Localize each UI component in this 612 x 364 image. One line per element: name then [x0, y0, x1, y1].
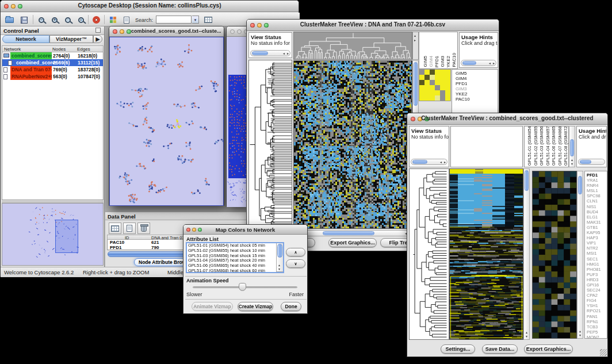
gene-label[interactable]: MON2 — [587, 335, 607, 339]
gene-label[interactable]: HAP3 — [587, 235, 607, 240]
zoom-in-button[interactable]: + — [48, 14, 61, 25]
zoom-button[interactable] — [127, 29, 131, 34]
gene-label[interactable]: GTB1 — [587, 225, 607, 230]
delete-attribute-button[interactable] — [137, 223, 150, 234]
view-status-hscrollbar[interactable]: ◂▸ — [411, 159, 447, 165]
view-status-hscrollbar[interactable]: ◂▸ — [250, 50, 290, 56]
gene-label[interactable]: PEP5 — [587, 329, 607, 335]
network-table-row[interactable]: RNAPuberNov2+DNA563(0)107847(0) — [2, 73, 103, 80]
gene-label[interactable]: FIG4 — [587, 298, 607, 303]
gene-label[interactable]: MSI1 — [587, 251, 607, 256]
dialog-title-bar[interactable]: Map Colors to Network — [183, 225, 307, 235]
treeview-button-export-graphics[interactable]: Export Graphics... — [524, 344, 573, 354]
treeview-button-export-graphics[interactable]: Export Graphics... — [328, 238, 377, 247]
close-button[interactable] — [113, 29, 117, 34]
tab-vizmapper[interactable]: VizMapper™ — [49, 35, 93, 43]
gene-label[interactable]: RPO21 — [587, 308, 607, 313]
zoom-selected-button[interactable]: ▪ — [75, 14, 87, 25]
tab-overflow-arrow[interactable]: ▶ — [93, 35, 102, 43]
treeview1-hscrollbar[interactable]: ◂▸ — [293, 230, 412, 236]
dialog-button-done[interactable]: Done — [281, 302, 301, 311]
col-nodes[interactable]: Nodes — [52, 47, 66, 52]
gene-label[interactable]: GIM5 — [456, 71, 470, 76]
attribute-list[interactable]: GPL51-01 (GSM854) heat shock 05 minGPL51… — [186, 242, 284, 273]
treeview-button-save-data[interactable]: Save Data... — [482, 344, 518, 354]
gene-label[interactable]: PFD1 — [456, 81, 470, 86]
move-down-button[interactable]: ∨ — [286, 259, 305, 268]
column-dendrogram[interactable] — [450, 126, 523, 167]
treeview-button-settings[interactable]: Settings... — [441, 344, 475, 354]
new-attribute-button[interactable] — [123, 223, 136, 234]
gene-label[interactable]: HMG1 — [587, 262, 607, 267]
birdseye-view[interactable] — [2, 203, 104, 266]
data-grid-button[interactable] — [109, 223, 121, 234]
heatmap-view[interactable] — [449, 168, 523, 340]
move-up-button[interactable]: ∧ — [286, 248, 305, 256]
gene-label[interactable]: ELG1 — [587, 214, 607, 220]
gene-label[interactable]: PFD1 — [587, 173, 607, 178]
heatmap-vscrollbar[interactable]: ▴▾ — [523, 168, 530, 340]
column-dendrogram[interactable] — [293, 32, 412, 60]
gene-label[interactable]: MSL1 — [587, 188, 607, 193]
gene-label[interactable]: YRA1 — [587, 178, 607, 183]
gene-label[interactable]: SEC1 — [587, 256, 607, 262]
attribute-list-vscrollbar[interactable]: ▴▾ — [276, 243, 283, 272]
gene-label[interactable]: PUF3 — [587, 272, 607, 277]
gene-label[interactable]: SPC98 — [587, 193, 607, 198]
attribute-browser-button[interactable] — [202, 14, 215, 25]
network-canvas[interactable] — [110, 37, 223, 205]
minimize-button[interactable] — [120, 29, 124, 34]
gene-label[interactable]: GIM3 — [456, 86, 470, 91]
gene-label[interactable]: NTR2 — [587, 246, 607, 251]
gene-label[interactable]: BUD4 — [587, 209, 607, 214]
usage-hints-hscrollbar[interactable] — [578, 159, 605, 165]
zoom-fit-button[interactable]: ▫ — [62, 14, 74, 25]
gene-label[interactable]: HRD3 — [587, 277, 607, 282]
gene-label[interactable]: CLN1 — [587, 198, 607, 204]
gene-label[interactable]: KAP95 — [587, 230, 607, 235]
gene-label[interactable]: GPI16 — [587, 282, 607, 288]
gene-label[interactable]: TCB3 — [587, 324, 607, 329]
gene-label[interactable]: VIP1 — [587, 240, 607, 246]
gene-label[interactable]: YSH1 — [587, 303, 607, 308]
usage-hints-hscrollbar[interactable]: ◂▸ — [461, 60, 496, 66]
float-panel-icon[interactable] — [95, 28, 101, 33]
speed-slider-thumb[interactable] — [239, 283, 246, 291]
network-table-row[interactable]: DNA and Tran 07-21-06b769(0)183728(0) — [2, 66, 103, 73]
gene-label[interactable]: CPA2 — [587, 293, 607, 298]
dialog-button-create-vizmap[interactable]: Create Vizmap — [238, 302, 273, 311]
zoom-heatmap-vscrollbar[interactable]: ▴▾ — [577, 171, 583, 339]
correlation-heatmap[interactable] — [419, 69, 451, 101]
gene-label[interactable]: PHO81 — [587, 267, 607, 272]
gene-label[interactable]: SEC24 — [587, 288, 607, 293]
resize-grip[interactable] — [600, 349, 607, 356]
zoom-out-button[interactable]: − — [35, 14, 48, 25]
treeview1-title-bar[interactable]: ClusterMaker TreeView : DNA and Tran 07-… — [247, 20, 499, 31]
row-dendrogram[interactable] — [248, 60, 292, 229]
treeview2-title-bar[interactable]: ClusterMaker TreeView : combined_scores_… — [407, 113, 607, 125]
search-input[interactable] — [156, 16, 192, 24]
search-dropdown-arrow[interactable]: ▼ — [192, 16, 199, 24]
row-dendrogram[interactable] — [409, 168, 449, 340]
help-button[interactable] — [90, 14, 102, 25]
gene-label[interactable]: PAC10 — [456, 97, 470, 102]
heatmap-view[interactable] — [293, 60, 412, 229]
gene-label[interactable]: GIM4 — [456, 76, 470, 81]
col-edges[interactable]: Edges — [77, 47, 90, 52]
gene-label[interactable]: RPN1 — [587, 319, 607, 324]
gene-label[interactable]: RNR4 — [587, 183, 607, 188]
network-table-row[interactable]: combined_scores_good2569(6)13112(15) — [2, 59, 103, 66]
annotation-button[interactable] — [120, 14, 133, 25]
vizmapper-button[interactable] — [106, 14, 119, 25]
window-controls[interactable] — [113, 29, 131, 34]
gene-label[interactable]: MAK31 — [587, 220, 607, 225]
close-button[interactable] — [230, 29, 235, 34]
gene-label[interactable]: YKE2 — [456, 91, 470, 97]
network-table-row[interactable]: combined_scores2764(0)16218(0) — [2, 52, 103, 59]
save-button[interactable] — [18, 14, 30, 25]
tree-arrow-strip[interactable]: ▴▸ — [412, 32, 419, 60]
labels-vscrollbar[interactable]: ▴▾ — [569, 126, 575, 167]
network-canvas-2[interactable] — [227, 37, 247, 207]
minimize-button[interactable] — [237, 29, 242, 34]
col-network[interactable]: Network — [4, 47, 21, 52]
